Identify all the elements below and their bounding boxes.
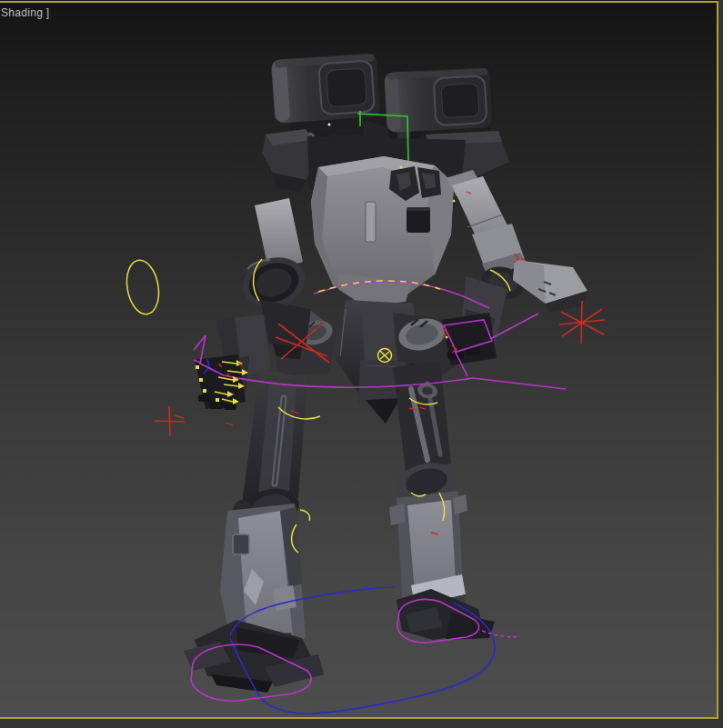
leg-left[interactable] bbox=[220, 369, 307, 662]
foot-right[interactable] bbox=[397, 589, 495, 640]
outside-viewport-bottom bbox=[0, 719, 723, 728]
shoulder-pod-right[interactable] bbox=[384, 67, 492, 133]
viewport-shading-label[interactable]: Shading ] bbox=[1, 6, 49, 19]
plus-control-left[interactable] bbox=[155, 406, 185, 436]
shoulder-pod-left[interactable] bbox=[271, 53, 381, 124]
arm-right[interactable] bbox=[442, 170, 587, 365]
scene-svg bbox=[0, 0, 723, 728]
outside-viewport-right bbox=[718, 0, 723, 728]
white-vertex-dot bbox=[328, 124, 331, 126]
chest-port[interactable] bbox=[407, 207, 430, 233]
viewport-3d[interactable]: Shading ] bbox=[0, 0, 723, 728]
viewport-border-top bbox=[0, 1, 723, 3]
ellipse-control-left[interactable] bbox=[123, 258, 163, 317]
